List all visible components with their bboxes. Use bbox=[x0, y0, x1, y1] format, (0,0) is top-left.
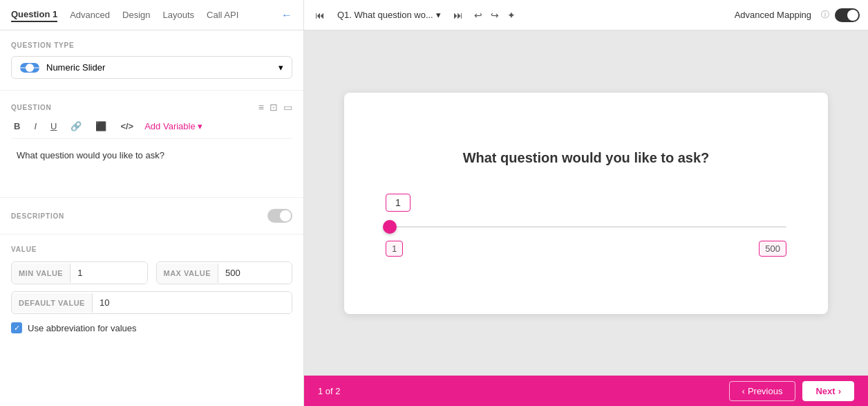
main-content: QUESTION TYPE Numeric Slider ▾ QUESTION … bbox=[0, 30, 868, 406]
slider-value-box: 1 bbox=[386, 194, 411, 212]
previous-button[interactable]: ‹ Previous bbox=[729, 381, 796, 401]
left-panel: QUESTION TYPE Numeric Slider ▾ QUESTION … bbox=[0, 30, 304, 406]
survey-card: What question would you like to ask? 1 1… bbox=[344, 93, 828, 314]
last-question-btn[interactable]: ⏭ bbox=[451, 7, 466, 24]
survey-question-text: What question would you like to ask? bbox=[463, 150, 710, 166]
tab-design[interactable]: Design bbox=[122, 8, 150, 21]
underline-btn[interactable]: U bbox=[48, 120, 59, 133]
slider-max-label: 500 bbox=[759, 241, 786, 257]
default-value-row: DEFAULT VALUE bbox=[11, 291, 292, 314]
default-value-label: DEFAULT VALUE bbox=[12, 293, 93, 313]
undo-btn[interactable]: ↩ bbox=[471, 7, 485, 24]
right-panel: What question would you like to ask? 1 1… bbox=[304, 30, 868, 406]
redo-btn[interactable]: ↪ bbox=[488, 7, 502, 24]
question-type-select[interactable]: Numeric Slider ▾ bbox=[11, 56, 292, 79]
question-type-left: Numeric Slider bbox=[20, 62, 105, 73]
slider-wrapper[interactable] bbox=[386, 220, 786, 234]
info-icon[interactable]: ⓘ bbox=[821, 9, 829, 21]
add-variable-btn[interactable]: Add Variable ▾ bbox=[144, 121, 202, 131]
italic-btn[interactable]: I bbox=[31, 120, 39, 133]
description-toggle[interactable] bbox=[267, 209, 292, 223]
default-value-input[interactable] bbox=[93, 292, 292, 313]
left-panel-header: Question 1 Advanced Design Layouts Call … bbox=[0, 0, 304, 30]
tab-layouts[interactable]: Layouts bbox=[162, 8, 194, 21]
slider-type-icon bbox=[20, 63, 39, 73]
toolbar-icons: ≡ ⊡ ▭ bbox=[258, 102, 292, 113]
code-btn[interactable]: </> bbox=[117, 120, 136, 133]
text-toolbar: B I U 🔗 ⬛ </> Add Variable ▾ bbox=[11, 120, 292, 139]
link-btn[interactable]: 🔗 bbox=[68, 120, 84, 133]
tab-question1[interactable]: Question 1 bbox=[11, 8, 57, 22]
next-button[interactable]: Next › bbox=[802, 381, 854, 401]
max-value-input[interactable] bbox=[218, 262, 292, 284]
question-editor-label: QUESTION bbox=[11, 104, 258, 111]
min-value-input[interactable] bbox=[70, 262, 147, 284]
next-label: Next bbox=[815, 386, 835, 396]
slider-min-label: 1 bbox=[386, 241, 403, 257]
min-max-row: MIN VALUE MAX VALUE bbox=[11, 261, 292, 284]
color-btn[interactable]: ⬛ bbox=[93, 120, 109, 133]
chevron-left-icon: ‹ bbox=[742, 386, 745, 396]
question-selector-text: Q1. What question wo... bbox=[337, 10, 433, 20]
question-type-section: QUESTION TYPE Numeric Slider ▾ bbox=[0, 30, 303, 91]
bold-btn[interactable]: B bbox=[11, 120, 23, 133]
tab-nav: Question 1 Advanced Design Layouts Call … bbox=[11, 8, 281, 22]
min-value-label: MIN VALUE bbox=[12, 264, 70, 283]
right-panel-header: ⏮ Q1. What question wo... ▾ ⏭ ↩ ↪ ✦ Adva… bbox=[304, 7, 868, 24]
back-arrow-icon[interactable]: ← bbox=[281, 9, 292, 21]
question-section-header: QUESTION ≡ ⊡ ▭ bbox=[11, 102, 292, 113]
max-value-label: MAX VALUE bbox=[157, 264, 218, 283]
undo-redo: ↩ ↪ ✦ bbox=[471, 7, 518, 24]
question-editor-section: QUESTION ≡ ⊡ ▭ B I U 🔗 ⬛ </> Add Variabl… bbox=[0, 91, 303, 198]
value-section-label: VALUE bbox=[11, 246, 292, 253]
abbreviation-checkbox-row: Use abbreviation for values bbox=[11, 322, 292, 333]
chevron-down-icon: ▾ bbox=[198, 121, 202, 131]
chevron-right-icon: › bbox=[838, 386, 841, 396]
previous-label: Previous bbox=[748, 386, 783, 396]
star-btn[interactable]: ✦ bbox=[504, 7, 518, 24]
chevron-down-icon: ▾ bbox=[279, 62, 283, 73]
image-icon[interactable]: ⊡ bbox=[270, 102, 278, 113]
question-type-label: QUESTION TYPE bbox=[11, 41, 292, 49]
page-indicator: 1 of 2 bbox=[318, 386, 729, 396]
max-value-field: MAX VALUE bbox=[156, 261, 293, 284]
abbreviation-checkbox[interactable] bbox=[11, 322, 22, 333]
slider-thumb[interactable] bbox=[383, 220, 397, 234]
advanced-mapping-label: Advanced Mapping bbox=[735, 10, 811, 20]
slider-container: 1 1 500 bbox=[386, 194, 786, 257]
survey-bottom-nav: 1 of 2 ‹ Previous Next › bbox=[304, 376, 868, 406]
description-label: DESCRIPTION bbox=[11, 212, 267, 220]
description-section: DESCRIPTION bbox=[0, 198, 303, 234]
nav-buttons: ‹ Previous Next › bbox=[729, 381, 854, 401]
question-text-area[interactable]: What question would you like to ask? bbox=[11, 145, 292, 186]
layout-icon[interactable]: ▭ bbox=[283, 102, 292, 113]
advanced-mapping-toggle[interactable] bbox=[835, 8, 860, 22]
slider-track bbox=[386, 226, 786, 228]
tab-callapi[interactable]: Call API bbox=[207, 8, 238, 21]
tab-advanced[interactable]: Advanced bbox=[70, 8, 110, 21]
question-selector[interactable]: Q1. What question wo... ▾ bbox=[333, 8, 445, 21]
value-section: VALUE MIN VALUE MAX VALUE DEFAULT VALUE … bbox=[0, 234, 303, 344]
min-value-field: MIN VALUE bbox=[11, 261, 148, 284]
top-bar: Question 1 Advanced Design Layouts Call … bbox=[0, 0, 868, 30]
abbreviation-label: Use abbreviation for values bbox=[28, 323, 137, 333]
slider-labels: 1 500 bbox=[386, 241, 786, 257]
chevron-down-icon: ▾ bbox=[436, 10, 441, 20]
survey-container: What question would you like to ask? 1 1… bbox=[304, 30, 868, 376]
question-type-value: Numeric Slider bbox=[46, 62, 105, 73]
list-icon[interactable]: ≡ bbox=[258, 102, 264, 113]
first-question-btn[interactable]: ⏮ bbox=[312, 7, 328, 24]
